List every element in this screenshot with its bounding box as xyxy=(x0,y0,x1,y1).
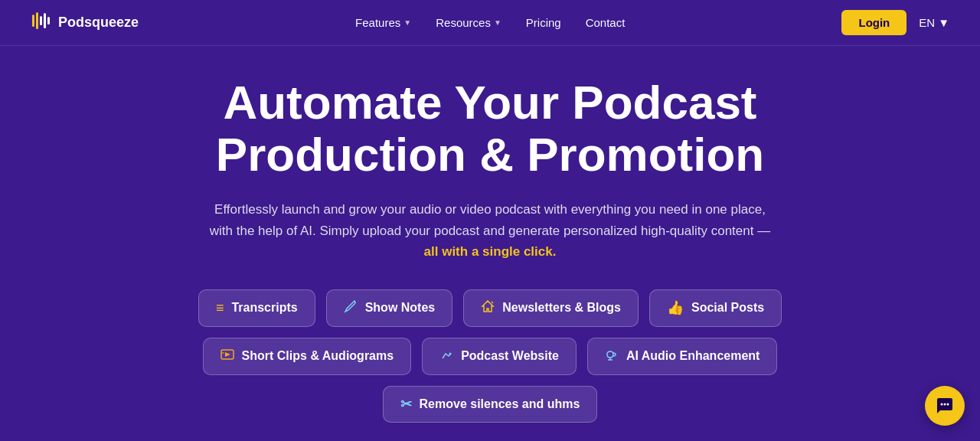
nav-pricing[interactable]: Pricing xyxy=(526,16,561,29)
pill-podcast-website[interactable]: Podcast Website xyxy=(422,338,577,375)
svg-rect-3 xyxy=(44,13,46,28)
login-button[interactable]: Login xyxy=(841,10,906,35)
podcast-website-icon xyxy=(439,348,453,365)
hero-headline: Automate Your Podcast Production & Promo… xyxy=(216,77,764,181)
svg-point-12 xyxy=(947,403,949,406)
pill-ai-audio[interactable]: AI Audio Enhancement xyxy=(587,338,778,375)
scissors-icon: ✂ xyxy=(400,396,412,413)
pill-social-posts[interactable]: 👍 Social Posts xyxy=(649,289,782,327)
pills-row-3: ✂ Remove silences and uhms xyxy=(383,386,598,423)
svg-rect-1 xyxy=(36,12,38,29)
nav-right: Login EN ▼ xyxy=(841,10,949,35)
nav-resources[interactable]: Resources ▼ xyxy=(436,16,501,29)
svg-rect-4 xyxy=(47,17,50,24)
nav-features[interactable]: Features ▼ xyxy=(355,16,411,29)
pill-remove-silences[interactable]: ✂ Remove silences and uhms xyxy=(383,386,598,423)
navbar: Podsqueeze Features ▼ Resources ▼ Pricin… xyxy=(0,0,980,46)
short-clips-icon xyxy=(220,348,234,365)
svg-point-7 xyxy=(449,352,452,354)
show-notes-icon xyxy=(344,299,358,317)
pill-transcripts[interactable]: ≡ Transcripts xyxy=(198,289,315,327)
nav-links: Features ▼ Resources ▼ Pricing Contact xyxy=(355,16,625,29)
language-selector[interactable]: EN ▼ xyxy=(919,16,949,29)
chevron-down-icon: ▼ xyxy=(938,16,949,29)
pills-row-2: Short Clips & Audiograms Podcast Website xyxy=(203,338,778,375)
pills-row-1: ≡ Transcripts Show Notes News xyxy=(198,289,782,327)
hero-subtitle: Effortlessly launch and grow your audio … xyxy=(207,199,773,262)
svg-rect-2 xyxy=(40,16,42,25)
newsletters-icon xyxy=(481,299,495,317)
feature-pills: ≡ Transcripts Show Notes News xyxy=(198,289,782,423)
logo[interactable]: Podsqueeze xyxy=(31,10,139,36)
svg-point-11 xyxy=(944,403,946,406)
chevron-down-icon: ▼ xyxy=(494,18,501,27)
chevron-down-icon: ▼ xyxy=(403,18,411,27)
ai-audio-icon xyxy=(605,348,619,365)
svg-rect-0 xyxy=(32,15,34,27)
logo-text: Podsqueeze xyxy=(58,15,139,31)
chat-bubble-button[interactable] xyxy=(925,386,965,426)
transcripts-icon: ≡ xyxy=(216,300,224,316)
logo-icon xyxy=(31,10,52,36)
social-posts-icon: 👍 xyxy=(667,299,684,316)
hero-section: Automate Your Podcast Production & Promo… xyxy=(0,46,980,441)
pill-show-notes[interactable]: Show Notes xyxy=(326,289,453,327)
pill-short-clips[interactable]: Short Clips & Audiograms xyxy=(203,338,412,375)
pill-newsletters[interactable]: Newsletters & Blogs xyxy=(463,289,639,327)
svg-point-10 xyxy=(941,403,943,406)
nav-contact[interactable]: Contact xyxy=(586,16,626,29)
